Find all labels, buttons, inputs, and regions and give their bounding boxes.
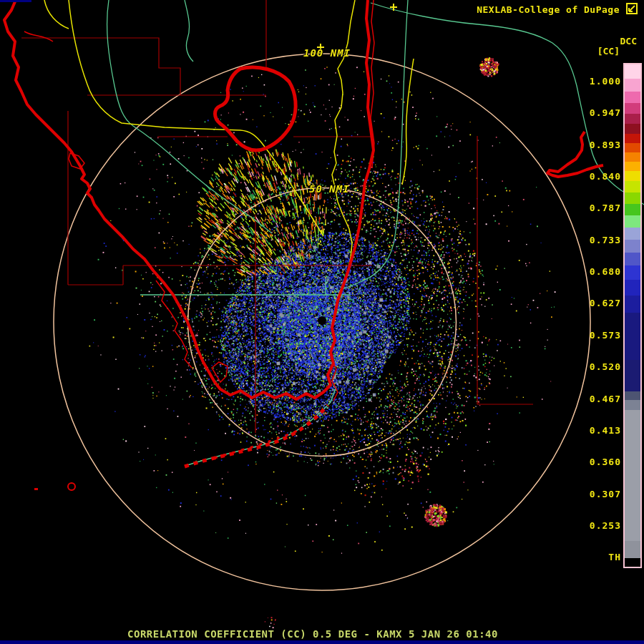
colorbar-segment — [625, 253, 640, 265]
colorbar-segment — [625, 114, 640, 124]
lake-okeechobee-outline — [215, 67, 296, 150]
colorbar-tick-label: TH — [558, 552, 621, 562]
colorbar-segment — [625, 134, 640, 143]
colorbar-segment — [625, 192, 640, 204]
city-cross-marker — [317, 4, 397, 51]
colorbar-segment — [625, 162, 640, 171]
bottom-navy-bar — [0, 640, 644, 644]
colorbar-segment — [625, 280, 640, 296]
colorbar-segment — [625, 265, 640, 280]
colorbar-tick-labels: 1.0000.9470.8930.8400.7870.7330.6800.627… — [558, 0, 621, 644]
colorbar-segment — [625, 92, 640, 103]
county-boundary-lines — [21, 0, 533, 433]
cod-logo-icon — [625, 2, 638, 15]
colorbar-tick-label: 0.573 — [558, 330, 621, 341]
colorbar-segment — [625, 410, 640, 541]
colorbar-segment — [625, 313, 640, 360]
highway-lines — [44, 0, 414, 297]
marquesas-islet — [34, 488, 38, 490]
colorbar-segment — [625, 400, 640, 410]
colorbar-tick-label: 0.840 — [558, 171, 621, 182]
colorbar-segment — [625, 103, 640, 114]
colorbar-tick-label: 0.627 — [558, 298, 621, 308]
colorbar-tick-label: 0.680 — [558, 266, 621, 277]
radar-site-dot — [318, 316, 326, 325]
dry-tortugas-island — [68, 483, 75, 490]
colorbar-segment — [625, 204, 640, 215]
colorbar-tick-label: 0.733 — [558, 235, 621, 245]
colorbar-tick-label: 0.253 — [558, 520, 621, 531]
colorbar-segment — [625, 541, 640, 558]
top-navy-bar — [0, 0, 31, 2]
colorbar-segment — [625, 171, 640, 181]
colorbar-segment — [625, 143, 640, 152]
range-ring-inner-label: 50 NMI — [309, 183, 350, 195]
colorbar — [623, 63, 642, 568]
colorbar-segment — [625, 391, 640, 400]
radar-display-page: NEXLAB-College of DuPage DCC [CC] 1.0000… — [0, 0, 644, 644]
colorbar-segment — [625, 240, 640, 253]
colorbar-segment — [625, 124, 640, 134]
colorbar-segment — [625, 152, 640, 162]
colorbar-segment — [625, 79, 640, 92]
colorbar-segment — [625, 215, 640, 228]
colorbar-segment — [625, 181, 640, 192]
florida-keys-islands — [185, 405, 328, 467]
colorbar-tick-label: 1.000 — [558, 76, 621, 87]
colorbar-segment — [625, 228, 640, 240]
colorbar-segment — [625, 558, 640, 567]
range-ring-outer-label: 100 NMI — [303, 47, 351, 59]
barrier-island-lines — [24, 0, 374, 401]
colorbar-tick-label: 0.947 — [558, 107, 621, 118]
colorbar-tick-label: 0.360 — [558, 457, 621, 467]
map-overlay-svg — [0, 0, 644, 644]
colorbar-segment — [625, 64, 640, 79]
colorbar-tick-label: 0.893 — [558, 140, 621, 150]
colorbar-tick-label: 0.307 — [558, 489, 621, 499]
colorbar-tick-label: 0.413 — [558, 425, 621, 436]
colorbar-segment — [625, 360, 640, 391]
colorbar-segment — [625, 296, 640, 313]
colorbar-product-code: DCC — [620, 36, 637, 47]
product-caption: CORRELATION COEFFICIENT (CC) 0.5 DEG - K… — [127, 628, 498, 640]
colorbar-tick-label: 0.467 — [558, 394, 621, 404]
colorbar-tick-label: 0.787 — [558, 203, 621, 213]
colorbar-tick-label: 0.520 — [558, 361, 621, 372]
